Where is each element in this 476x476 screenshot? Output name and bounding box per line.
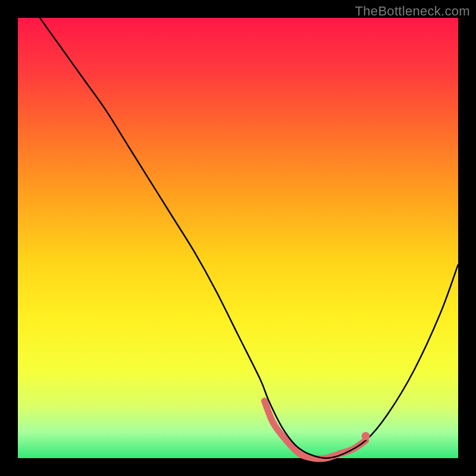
chart-frame: TheBottleneck.com — [0, 0, 476, 476]
watermark-text: TheBottleneck.com — [355, 4, 470, 19]
highlight-dot — [362, 432, 370, 440]
gradient-background — [18, 18, 458, 458]
bottleneck-curve-chart — [0, 0, 476, 476]
